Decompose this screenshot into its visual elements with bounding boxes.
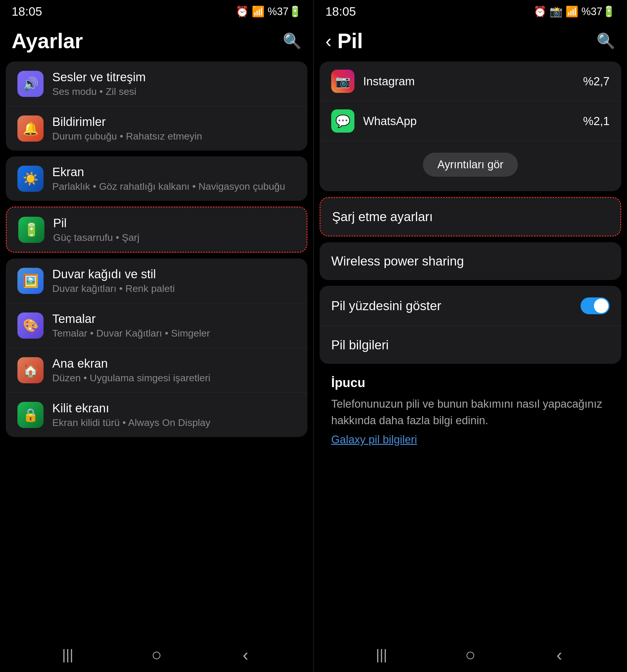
themes-text: Temalar Temalar • Duvar Kağıtları • Simg… xyxy=(52,312,296,339)
battery-info-item[interactable]: Pil bilgileri xyxy=(320,326,621,364)
home-icon: 🏠 xyxy=(18,357,44,383)
see-details-button[interactable]: Ayrıntıları gör xyxy=(423,153,518,177)
sounds-icon: 🔊 xyxy=(18,71,44,97)
settings-item-sounds[interactable]: 🔊 Sesler ve titreşim Ses modu • Zil sesi xyxy=(6,62,307,106)
back-button-left[interactable]: ‹ xyxy=(234,643,257,666)
settings-item-home[interactable]: 🏠 Ana ekran Düzen • Uygulama simgesi işa… xyxy=(6,348,307,392)
home-button-right[interactable]: ○ xyxy=(459,643,482,666)
whatsapp-percentage: %2,1 xyxy=(583,115,609,128)
wifi-icon-right: 📶 xyxy=(565,5,579,18)
page-title-left: Ayarlar xyxy=(11,29,83,53)
display-text: Ekran Parlaklık • Göz rahatlığı kalkanı … xyxy=(52,165,296,192)
settings-item-notifications[interactable]: 🔔 Bildirimler Durum çubuğu • Rahatsız et… xyxy=(6,106,307,150)
settings-item-display[interactable]: ☀️ Ekran Parlaklık • Göz rahatlığı kalka… xyxy=(6,157,307,201)
tip-section: İpucu Telefonunuzun pili ve bunun bakımı… xyxy=(320,370,621,458)
display-icon: ☀️ xyxy=(18,166,44,192)
home-subtitle: Düzen • Uygulama simgesi işaretleri xyxy=(52,372,296,384)
battery-icon: %37🔋 xyxy=(268,5,302,18)
camera-icon: 📸 xyxy=(550,5,562,18)
bottom-nav-right: ||| ○ ‹ xyxy=(314,637,627,672)
bottom-nav-left: ||| ○ ‹ xyxy=(0,637,313,672)
app-item-whatsapp[interactable]: 💬 WhatsApp %2,1 xyxy=(320,101,621,141)
lock-text: Kilit ekranı Ekran kilidi türü • Always … xyxy=(52,401,296,428)
settings-item-battery[interactable]: 🔋 Pil Güç tasarrufu • Şarj xyxy=(7,208,306,252)
charging-settings-title: Şarj etme ayarları xyxy=(332,210,609,224)
status-bar-right: 18:05 ⏰ 📸 📶 %37🔋 xyxy=(314,0,627,23)
wireless-power-item[interactable]: Wireless power sharing xyxy=(320,242,621,280)
notifications-subtitle: Durum çubuğu • Rahatsız etmeyin xyxy=(52,130,296,142)
wifi-icon: 📶 xyxy=(252,5,265,18)
whatsapp-name: WhatsApp xyxy=(363,115,583,128)
battery-icon-right: %37🔋 xyxy=(581,5,616,18)
status-bar-left: 18:05 ⏰ 📶 %37🔋 xyxy=(0,0,313,23)
card-display: ☀️ Ekran Parlaklık • Göz rahatlığı kalka… xyxy=(6,157,307,201)
tip-link[interactable]: Galaxy pil bilgileri xyxy=(331,433,609,446)
left-content: 🔊 Sesler ve titreşim Ses modu • Zil sesi… xyxy=(0,62,313,637)
wireless-power-card: Wireless power sharing xyxy=(320,242,621,280)
themes-subtitle: Temalar • Duvar Kağıtları • Simgeler xyxy=(52,328,296,339)
card-personalization: 🖼️ Duvar kağıdı ve stil Duvar kağıtları … xyxy=(6,259,307,437)
charging-settings-card: Şarj etme ayarları xyxy=(321,198,620,236)
charging-settings-selected: Şarj etme ayarları xyxy=(320,197,621,237)
recent-apps-button-right[interactable]: ||| xyxy=(370,643,393,666)
notifications-icon: 🔔 xyxy=(18,116,44,142)
left-panel: 18:05 ⏰ 📶 %37🔋 Ayarlar 🔍 🔊 Sesler ve tit… xyxy=(0,0,313,672)
battery-settings-card: Pil yüzdesini göster Pil bilgileri xyxy=(320,286,621,364)
see-details-container: Ayrıntıları gör xyxy=(320,141,621,191)
back-button-right[interactable]: ‹ xyxy=(325,30,331,52)
instagram-name: Instagram xyxy=(363,75,583,88)
wallpaper-icon: 🖼️ xyxy=(18,268,44,294)
recent-apps-button[interactable]: ||| xyxy=(56,643,79,666)
card-sounds-notifications: 🔊 Sesler ve titreşim Ses modu • Zil sesi… xyxy=(6,62,307,150)
wallpaper-subtitle: Duvar kağıtları • Renk paleti xyxy=(52,283,296,294)
battery-percentage-item[interactable]: Pil yüzdesini göster xyxy=(320,286,621,326)
settings-item-lock[interactable]: 🔒 Kilit ekranı Ekran kilidi türü • Alway… xyxy=(6,392,307,437)
right-content: 📷 Instagram %2,7 💬 WhatsApp %2,1 Ayrıntı… xyxy=(314,62,627,637)
home-text: Ana ekran Düzen • Uygulama simgesi işare… xyxy=(52,357,296,384)
time-right: 18:05 xyxy=(325,5,356,19)
home-title: Ana ekran xyxy=(52,357,296,370)
right-header: ‹ Pil 🔍 xyxy=(314,23,627,62)
tip-text: Telefonunuzun pili ve bunun bakımını nas… xyxy=(331,396,609,429)
themes-icon: 🎨 xyxy=(18,312,44,339)
status-icons-left: ⏰ 📶 %37🔋 xyxy=(236,5,302,18)
settings-item-wallpaper[interactable]: 🖼️ Duvar kağıdı ve stil Duvar kağıtları … xyxy=(6,259,307,303)
wallpaper-text: Duvar kağıdı ve stil Duvar kağıtları • R… xyxy=(52,267,296,294)
sounds-subtitle: Ses modu • Zil sesi xyxy=(52,86,296,97)
back-button-right-nav[interactable]: ‹ xyxy=(548,643,571,666)
instagram-percentage: %2,7 xyxy=(583,75,609,88)
sounds-title: Sesler ve titreşim xyxy=(52,70,296,84)
tip-heading: İpucu xyxy=(331,376,609,390)
alarm-icon: ⏰ xyxy=(236,5,249,18)
time-left: 18:05 xyxy=(11,5,42,19)
settings-item-themes[interactable]: 🎨 Temalar Temalar • Duvar Kağıtları • Si… xyxy=(6,303,307,348)
wireless-power-title: Wireless power sharing xyxy=(331,254,609,268)
sounds-text: Sesler ve titreşim Ses modu • Zil sesi xyxy=(52,70,296,97)
instagram-icon: 📷 xyxy=(331,70,354,93)
display-title: Ekran xyxy=(52,165,296,179)
search-icon-right[interactable]: 🔍 xyxy=(597,32,616,50)
app-item-instagram[interactable]: 📷 Instagram %2,7 xyxy=(320,62,621,101)
notifications-title: Bildirimler xyxy=(52,115,296,129)
left-header: Ayarlar 🔍 xyxy=(0,23,313,62)
battery-info-title: Pil bilgileri xyxy=(331,338,609,352)
lock-subtitle: Ekran kilidi türü • Always On Display xyxy=(52,417,296,428)
page-title-right: Pil xyxy=(337,29,363,53)
lock-title: Kilit ekranı xyxy=(52,401,296,415)
card-battery: 🔋 Pil Güç tasarrufu • Şarj xyxy=(7,208,306,252)
status-icons-right: ⏰ 📸 📶 %37🔋 xyxy=(534,5,616,18)
battery-percentage-title: Pil yüzdesini göster xyxy=(331,298,581,313)
battery-text: Pil Güç tasarrufu • Şarj xyxy=(53,216,295,243)
app-usage-card: 📷 Instagram %2,7 💬 WhatsApp %2,1 Ayrıntı… xyxy=(320,62,621,191)
wallpaper-title: Duvar kağıdı ve stil xyxy=(52,267,296,281)
home-button-left[interactable]: ○ xyxy=(145,643,168,666)
whatsapp-icon: 💬 xyxy=(331,110,354,133)
display-subtitle: Parlaklık • Göz rahatlığı kalkanı • Navi… xyxy=(52,181,296,192)
battery-title: Pil xyxy=(53,216,295,230)
search-icon-left[interactable]: 🔍 xyxy=(283,32,302,50)
themes-title: Temalar xyxy=(52,312,296,326)
charging-settings-item[interactable]: Şarj etme ayarları xyxy=(321,198,620,236)
battery-subtitle: Güç tasarrufu • Şarj xyxy=(53,232,295,243)
battery-percentage-toggle[interactable] xyxy=(581,297,609,314)
alarm-icon-right: ⏰ xyxy=(534,5,547,18)
